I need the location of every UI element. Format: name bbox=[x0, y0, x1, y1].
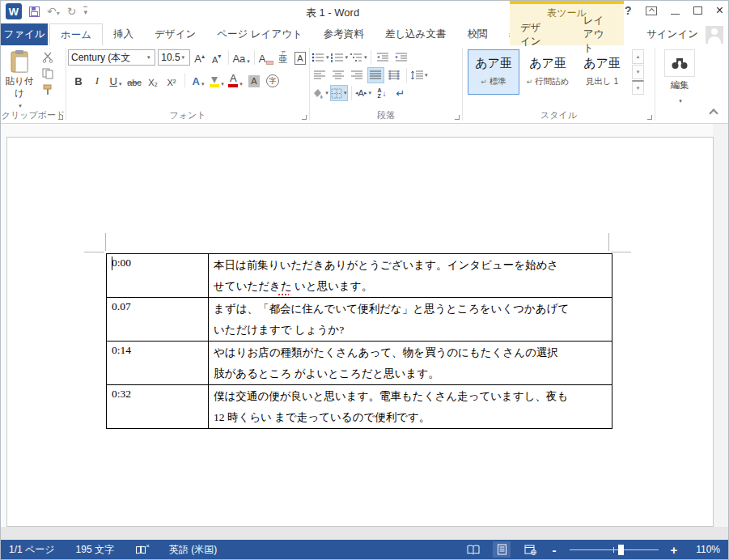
style-normal[interactable]: あア亜 ↵ 標準 bbox=[468, 49, 519, 95]
shading-button[interactable]: ▾ bbox=[312, 85, 328, 101]
minimize-button[interactable] bbox=[671, 14, 680, 15]
language-indicator[interactable]: 英語 (米国) bbox=[169, 543, 217, 557]
time-cell[interactable]: 0:32 bbox=[107, 385, 209, 429]
align-center-button[interactable] bbox=[330, 67, 347, 83]
change-case-button[interactable]: Aa▾ bbox=[233, 49, 250, 66]
increase-indent-button[interactable] bbox=[393, 49, 410, 66]
read-mode-button[interactable] bbox=[464, 541, 482, 558]
sort-button[interactable]: AZ↓ bbox=[374, 85, 391, 101]
text-cell[interactable]: 僕は交通の便が良いと思います。電車もたくさん走っていますし、夜も 12 時くらい… bbox=[209, 385, 612, 429]
font-dialog-launcher[interactable] bbox=[302, 115, 307, 120]
format-painter-button[interactable] bbox=[42, 84, 55, 95]
enclose-characters-button[interactable]: 字 bbox=[265, 72, 280, 88]
decrease-indent-button[interactable] bbox=[375, 49, 392, 66]
show-formatting-marks-button[interactable]: ↵ bbox=[392, 85, 409, 101]
font-name-combobox[interactable]: Century (本文 ▾ bbox=[68, 49, 155, 66]
time-cell[interactable]: 0.07 bbox=[107, 298, 209, 342]
styles-dialog-launcher[interactable] bbox=[647, 115, 652, 120]
paste-button[interactable]: 貼り付け ▾ bbox=[2, 48, 36, 109]
numbering-button[interactable]: ▾ bbox=[331, 49, 349, 66]
shrink-font-button[interactable]: A▾ bbox=[210, 49, 224, 66]
close-button[interactable]: × bbox=[716, 4, 723, 17]
tab-table-layout[interactable]: レイアウト bbox=[573, 14, 624, 55]
qat-customize-button[interactable]: ▾ bbox=[83, 6, 87, 16]
tab-references[interactable]: 参考資料 bbox=[313, 23, 375, 45]
style-no-spacing[interactable]: あア亜 ↵ 行間詰め bbox=[522, 49, 574, 95]
style-heading-1[interactable]: あア亜 見出し 1 bbox=[576, 49, 628, 95]
style-scroll-down-button[interactable]: ▾ bbox=[632, 65, 644, 79]
undo-caret-icon[interactable]: ▾ bbox=[57, 10, 60, 17]
web-layout-button[interactable] bbox=[521, 541, 539, 558]
character-shading-button[interactable]: A bbox=[247, 72, 261, 88]
bold-button[interactable]: B bbox=[71, 72, 86, 88]
character-border-button[interactable]: A bbox=[293, 49, 307, 66]
zoom-slider[interactable] bbox=[570, 549, 659, 550]
paragraph-dialog-launcher[interactable] bbox=[455, 115, 460, 120]
tab-review[interactable]: 校閲 bbox=[456, 23, 498, 45]
tab-design[interactable]: デザイン bbox=[144, 23, 206, 45]
align-right-button[interactable] bbox=[349, 67, 366, 83]
interview-table[interactable]: 0:00 本日は前集りいただきありがとうございます。インタビューを始めさ せてい… bbox=[106, 253, 612, 429]
ribbon-display-options-button[interactable] bbox=[646, 6, 657, 15]
zoom-out-button[interactable]: - bbox=[549, 543, 559, 557]
bullets-button[interactable]: ▾ bbox=[312, 49, 329, 66]
table-row[interactable]: 0:14 やはりお店の種類がたくさんあって、物を買うのにもたくさんの選択 肢があ… bbox=[107, 342, 612, 385]
copy-button[interactable] bbox=[42, 68, 55, 79]
tab-home[interactable]: ホーム bbox=[49, 23, 103, 45]
document-page[interactable]: 0:00 本日は前集りいただきありがとうございます。インタビューを始めさ せてい… bbox=[6, 137, 714, 527]
tab-table-design[interactable]: デザイン bbox=[510, 21, 555, 49]
table-row[interactable]: 0:00 本日は前集りいただきありがとうございます。インタビューを始めさ せてい… bbox=[107, 254, 612, 298]
borders-button[interactable]: ▾ bbox=[330, 85, 348, 101]
superscript-button[interactable]: X² bbox=[164, 72, 179, 88]
zoom-in-button[interactable]: + bbox=[669, 543, 679, 557]
style-scroll-up-button[interactable]: ▴ bbox=[632, 49, 644, 64]
print-layout-button[interactable] bbox=[493, 541, 511, 558]
tab-page-layout[interactable]: ページ レイアウト bbox=[206, 23, 313, 45]
italic-button[interactable]: I bbox=[90, 72, 104, 88]
time-cell[interactable]: 0:14 bbox=[107, 342, 209, 385]
proofing-errors-icon[interactable]: × bbox=[135, 545, 148, 554]
user-avatar[interactable] bbox=[706, 26, 723, 44]
tab-mailings[interactable]: 差し込み文書 bbox=[375, 23, 457, 45]
align-left-button[interactable] bbox=[312, 67, 328, 83]
sign-in-area[interactable]: サインイン bbox=[646, 23, 723, 45]
maximize-button[interactable] bbox=[693, 6, 702, 15]
table-row[interactable]: 0:32 僕は交通の便が良いと思います。電車もたくさん走っていますし、夜も 12… bbox=[107, 385, 612, 429]
strikethrough-button[interactable]: abc bbox=[127, 72, 142, 88]
subscript-button[interactable]: X₂ bbox=[146, 72, 160, 88]
phonetic-guide-button[interactable]: ア亜 bbox=[276, 49, 290, 66]
time-cell[interactable]: 0:00 bbox=[107, 254, 209, 298]
collapse-ribbon-button[interactable] bbox=[709, 108, 718, 117]
text-cell[interactable]: 本日は前集りいただきありがとうございます。インタビューを始めさ せていただきた … bbox=[209, 254, 612, 298]
editing-button[interactable]: 編集 ▾ bbox=[661, 49, 698, 106]
highlight-color-button[interactable]: ▾ bbox=[210, 72, 224, 88]
page-indicator[interactable]: 1/1 ページ bbox=[9, 543, 55, 557]
style-gallery-more-button[interactable]: ▾ bbox=[632, 80, 644, 95]
distribute-button[interactable] bbox=[386, 67, 403, 83]
help-button[interactable]: ? bbox=[625, 4, 632, 17]
word-app-icon[interactable]: W bbox=[6, 3, 22, 19]
underline-button[interactable]: U▾ bbox=[108, 72, 123, 88]
save-button[interactable] bbox=[29, 6, 40, 17]
vertical-scrollbar-zone[interactable] bbox=[713, 124, 728, 527]
character-count[interactable]: 195 文字 bbox=[76, 543, 114, 557]
asian-layout-button[interactable]: ◂A▸▾ bbox=[355, 85, 372, 101]
sign-in-label[interactable]: サインイン bbox=[646, 28, 698, 41]
cut-button[interactable] bbox=[42, 52, 55, 63]
clear-formatting-button[interactable]: A bbox=[259, 49, 273, 66]
multilevel-list-button[interactable]: ▾ bbox=[350, 49, 367, 66]
redo-button[interactable]: ↻ bbox=[67, 6, 77, 17]
clipboard-dialog-launcher[interactable] bbox=[58, 115, 63, 120]
line-spacing-button[interactable]: ▾ bbox=[410, 67, 428, 83]
zoom-level[interactable]: 110% bbox=[689, 544, 720, 555]
text-cell[interactable]: まずは、「都会に住んでいて便利だな」と思うところをいくつかあげて いただけますで… bbox=[209, 298, 612, 342]
tab-file[interactable]: ファイル bbox=[1, 23, 48, 45]
grow-font-button[interactable]: A▴ bbox=[193, 49, 207, 66]
undo-button[interactable]: ↶▾ bbox=[47, 4, 60, 19]
justify-button[interactable] bbox=[367, 67, 384, 83]
text-effects-button[interactable]: A▾ bbox=[191, 72, 206, 88]
font-color-button[interactable]: A▾ bbox=[228, 72, 243, 88]
font-size-combobox[interactable]: 10.5 ▾ bbox=[158, 49, 189, 66]
table-row[interactable]: 0.07 まずは、「都会に住んでいて便利だな」と思うところをいくつかあげて いた… bbox=[107, 298, 612, 342]
tab-insert[interactable]: 挿入 bbox=[103, 23, 144, 45]
